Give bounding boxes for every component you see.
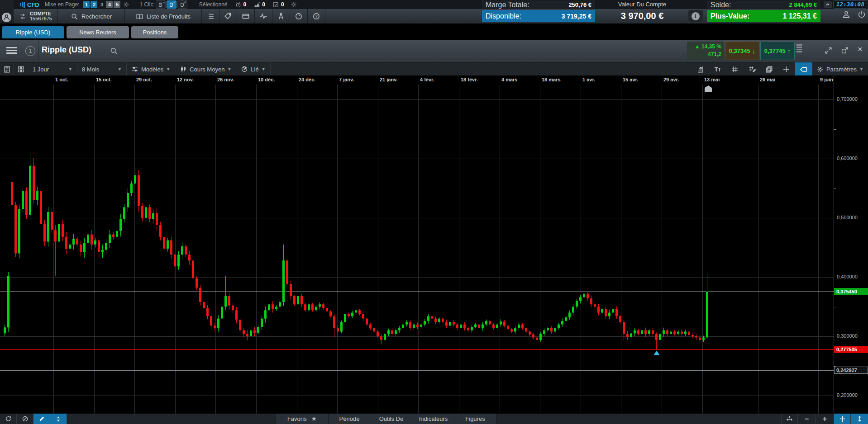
account-info-button[interactable]: i — [688, 9, 703, 23]
alerts-settings-gear-icon[interactable] — [291, 1, 297, 8]
range-dropdown[interactable]: 8 Mois▼ — [77, 62, 127, 76]
window-menu-icon[interactable] — [6, 47, 17, 55]
alarm-counter[interactable]: 0 — [235, 1, 247, 8]
price-tags-button[interactable] — [219, 9, 237, 24]
sell-button[interactable]: 0,37345↓ — [725, 42, 759, 60]
page-button-3[interactable]: 3 — [98, 1, 105, 8]
contacts-button[interactable] — [842, 10, 851, 19]
layout-label: Mise en Page: — [45, 1, 80, 8]
help-button[interactable]: ? — [308, 9, 325, 24]
search-icon — [71, 13, 78, 20]
page-button-2[interactable]: 2 — [91, 1, 97, 8]
tab-positions[interactable]: Positions — [131, 26, 178, 38]
product-list-button[interactable]: Liste de Produits — [125, 9, 202, 24]
x-tick-label: 26 nov. — [217, 77, 234, 82]
models-dropdown[interactable]: Modèles▼ — [127, 62, 175, 76]
layers-icon — [765, 66, 773, 73]
account-switcher[interactable]: COMPTE 15567675 — [14, 9, 58, 24]
unrealized-pl-value: 1 125,31 € — [782, 12, 817, 20]
reset-chart-button[interactable] — [0, 414, 17, 424]
price-line-label-gray[interactable]: 0,242927 — [834, 367, 868, 374]
period-segment[interactable]: Période — [328, 414, 371, 424]
avatar[interactable] — [2, 13, 11, 22]
tools-button[interactable] — [272, 9, 290, 24]
payments-button[interactable] — [237, 9, 255, 24]
fit-width-button[interactable] — [781, 414, 798, 424]
period-dropdown[interactable]: 1 Jour▼ — [28, 62, 77, 76]
performance-button[interactable] — [290, 9, 308, 24]
chart-icon — [253, 1, 260, 8]
axis-scale-button[interactable] — [692, 62, 709, 76]
price-label-toggle-button[interactable] — [795, 62, 812, 76]
x-tick-label: 26 mai — [760, 77, 775, 82]
alert-triangle-up[interactable] — [653, 351, 660, 355]
one-click-label: 1 Clic: — [139, 1, 154, 8]
depth-rows-icon[interactable] — [796, 44, 802, 53]
chart-window-header: 1 Ripple (USD) ▲ 14,35 % 471,2 0,37345↓ … — [0, 40, 868, 62]
chart-bottom-bar: Favoris★ Période Outils De Dessin Indica… — [0, 414, 868, 424]
search-button[interactable]: Rechercher — [58, 9, 125, 24]
page-button-5[interactable]: 5 — [114, 1, 120, 8]
chevron-down-icon: ▼ — [118, 67, 122, 71]
one-click-off-button[interactable]: × — [156, 0, 166, 9]
vertical-crosshair-icon — [839, 415, 846, 422]
drawing-tools-segment[interactable]: Outils De Dessin — [370, 414, 413, 424]
alarm-icon — [235, 1, 242, 8]
one-click-confirm-button[interactable]: ✓ — [167, 0, 176, 9]
collapse-topbar-button[interactable] — [824, 1, 832, 8]
page-button-1[interactable]: 1 — [83, 1, 90, 8]
balance-panel: Solde: 2 844,69 € — [707, 0, 820, 9]
available-value: 3 719,25 € — [562, 13, 591, 20]
y-axis-minor-tick — [834, 248, 836, 248]
tab-ripple-usd[interactable]: Ripple (USD) — [2, 26, 64, 38]
chart-area: 1 oct.15 oct.29 oct.12 nov.26 nov.10 déc… — [0, 75, 868, 414]
chart-toolbar: 1 Jour▼ 8 Mois▼ Modèles▼ Cours Moyen▼ Li… — [0, 62, 868, 76]
margin-total-value: 250,76 € — [568, 1, 591, 8]
selected-label: Sélectionné — [199, 1, 228, 8]
one-click-double-button[interactable]: ✓ — [177, 0, 187, 9]
crosshair-button[interactable] — [778, 62, 795, 76]
charts-button[interactable] — [255, 9, 272, 24]
chart-alert-counter[interactable]: 0 — [253, 1, 265, 8]
chevron-down-icon: ▼ — [262, 67, 266, 71]
account-value-label: Valeur Du Compte — [597, 1, 687, 8]
zoom-out-button[interactable]: − — [798, 414, 816, 424]
layout-settings-gear-icon[interactable] — [123, 1, 129, 8]
settings-dropdown[interactable]: Paramètres▼ — [812, 62, 868, 76]
average-price-dropdown[interactable]: Cours Moyen▼ — [175, 62, 236, 76]
chart-grid-layout-button[interactable] — [14, 62, 28, 76]
logout-button[interactable] — [857, 10, 866, 19]
layers-button[interactable] — [761, 62, 778, 76]
buy-button[interactable]: 0,37745↑ — [760, 42, 795, 60]
person-icon — [842, 10, 851, 19]
window-restore-button[interactable] — [825, 46, 832, 54]
cursor-line-button[interactable] — [834, 414, 851, 424]
window-popout-button[interactable] — [841, 46, 849, 54]
page-button-4[interactable]: 4 — [106, 1, 113, 8]
vertical-scale-button[interactable] — [851, 414, 868, 424]
tab-news-reuters[interactable]: News Reuters — [67, 26, 129, 38]
disable-drawings-button[interactable] — [17, 414, 33, 424]
linked-dropdown[interactable]: Lié▼ — [236, 62, 270, 76]
favorites-segment[interactable]: Favoris★ — [275, 414, 329, 424]
candlestick-canvas[interactable] — [0, 85, 834, 414]
grid-toggle-button[interactable] — [726, 62, 744, 76]
price-line-label-red[interactable]: 0,277505 — [834, 346, 868, 353]
order-counter[interactable]: 0 — [272, 1, 284, 8]
grid-icon — [731, 66, 739, 73]
gear-icon — [817, 66, 824, 73]
price-axis[interactable] — [834, 75, 868, 414]
watchlist-button[interactable] — [202, 9, 219, 24]
close-window-button[interactable]: × — [858, 44, 863, 54]
figures-segment[interactable]: Figures — [454, 414, 496, 424]
chart-layout-button[interactable] — [0, 62, 14, 76]
draw-mode-button[interactable] — [33, 414, 50, 424]
grid-edit-button[interactable] — [744, 62, 761, 76]
search-label: Rechercher — [81, 13, 112, 20]
text-size-button[interactable]: TT — [709, 62, 726, 76]
indicators-segment[interactable]: Indicateurs — [412, 414, 455, 424]
instrument-search-icon[interactable] — [110, 47, 118, 55]
auto-scale-button[interactable] — [50, 414, 67, 424]
x-tick-label: 1 oct. — [55, 77, 68, 82]
zoom-in-button[interactable]: + — [816, 414, 834, 424]
